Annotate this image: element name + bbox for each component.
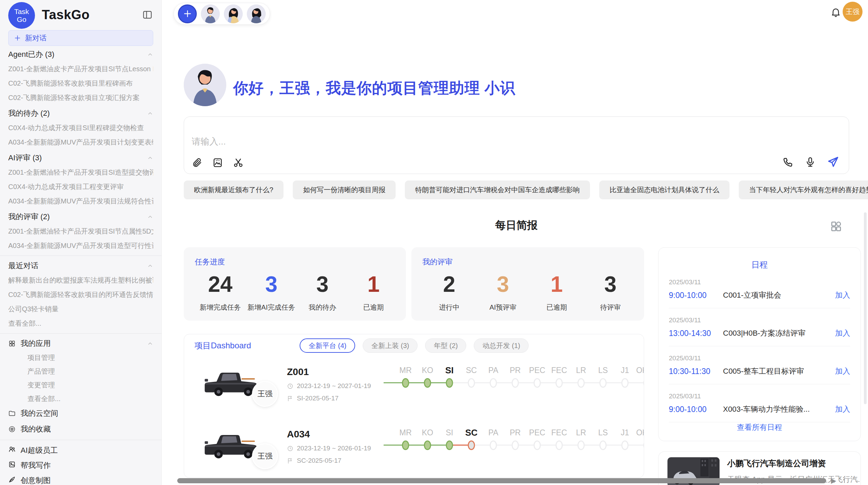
sidebar-item[interactable]: A034-全新新能源MUV产品开发项目计划变更表编写 [8, 135, 153, 149]
dashboard-tab[interactable]: 年型 (2) [425, 338, 466, 353]
milestone-cell: PA [482, 365, 504, 391]
stat-label: AI预评审 [476, 303, 530, 312]
schedule-time: 13:00-14:30 [669, 329, 723, 338]
sidebar-item[interactable]: Z001-全新燃油轻卡产品开发项目SI造型提交物评审 [8, 165, 153, 179]
sidebar-item[interactable]: C02-飞腾新能源轻客改款项目里程碑画布 [8, 76, 153, 90]
suggestion-chip[interactable]: 比亚迪全固态电池计划具体说了什么 [599, 181, 730, 199]
join-meeting-link[interactable]: 加入 [835, 328, 850, 338]
recent-chat-item[interactable]: C02-飞腾新能源轻客改款项目的闭环通告反馈情况 [8, 287, 153, 302]
milestone-label: OKTB [636, 365, 644, 377]
app-item[interactable]: 项目管理 [8, 351, 153, 364]
section-header-my-todo[interactable]: 我的待办 (2) [8, 106, 153, 121]
suggestion-chip[interactable]: 欧洲新规最近颁布了什么? [184, 181, 284, 199]
project-row[interactable]: 王强 A034 2023-12-19 ~ 2026-01-19 SC-2025-… [184, 427, 644, 477]
section-header-my-review[interactable]: 我的评审 (2) [8, 210, 153, 224]
horizontal-scrollbar-thumb[interactable] [177, 478, 826, 483]
sidebar-item[interactable]: A034-全新新能源MUV产品开发项目造型可行性评审 [8, 238, 153, 253]
section-header-ai-review[interactable]: AI评审 (3) [8, 151, 153, 165]
plus-icon [14, 35, 21, 41]
chevron-up-icon[interactable] [147, 214, 153, 220]
milestone-cell: SI [438, 427, 460, 453]
dashboard-tab[interactable]: 全新平台 (4) [300, 338, 355, 353]
scroll-right-arrow[interactable]: ▶ [831, 476, 836, 485]
sidebar-item-cloud-space[interactable]: 我的云空间 [8, 406, 153, 421]
milestone-cell: OKTB [636, 427, 644, 453]
section-label: 最近对话 [8, 261, 38, 271]
sidebar-item[interactable]: Z001-全新燃油皮卡产品开发项目SI节点Lesson Learn报告 [8, 62, 153, 76]
chat-input[interactable] [192, 136, 740, 153]
sidebar: Task Go TaskGo 新对话 Agent已办 (3) Z001-全新燃油… [0, 0, 162, 485]
cloud-space-label: 我的云空间 [21, 408, 58, 419]
new-chat-button[interactable]: 新对话 [8, 30, 153, 46]
daily-briefing-title: 每日简报 [184, 218, 849, 233]
voice-call-icon[interactable] [782, 157, 794, 168]
project-next-node: SC-2025-05-17 [297, 457, 341, 464]
sidebar-collapse-icon[interactable] [142, 10, 153, 21]
task-progress-card: 任务进度 24 新增完成任务 3 新增AI完成任务 3 我的待办 1 已逾期 [184, 247, 406, 321]
stat-column: 3 待评审 [583, 272, 637, 312]
microphone-icon[interactable] [805, 157, 816, 168]
owner-name: 王强 [257, 389, 273, 399]
recent-chat-item[interactable]: 查看全部... [8, 316, 153, 331]
join-meeting-link[interactable]: 加入 [835, 366, 850, 376]
milestone-cell: SC [460, 365, 482, 391]
stat-label: 进行中 [422, 303, 476, 312]
sidebar-item-creative-drawing[interactable]: 创意制图 [8, 473, 153, 485]
sidebar-item[interactable]: A034-全新新能源MUV产品开发项目法规符合性评审 [8, 194, 153, 208]
milestone-cell: J1 [614, 427, 636, 453]
user-avatar[interactable]: 王强 [843, 2, 863, 22]
suggestion-chip[interactable]: 当下年轻人对汽车外观有怎样的喜好趋势 [739, 181, 868, 199]
screenshot-scissors-icon[interactable] [233, 157, 244, 168]
app-item[interactable]: 查看全部... [8, 392, 153, 406]
attach-file-icon[interactable] [192, 157, 203, 168]
agent-avatar-3[interactable] [247, 4, 266, 23]
milestone-cell: OKTB [636, 365, 644, 391]
sidebar-item-help-writing[interactable]: 帮我写作 [8, 458, 153, 473]
sidebar-item[interactable]: C02-飞腾新能源轻客改款项目立项汇报方案 [8, 90, 153, 105]
schedule-event-title: C001-立项审批会 [723, 290, 835, 300]
app-item[interactable]: 变更管理 [8, 378, 153, 392]
send-icon[interactable] [827, 156, 839, 168]
agent-avatar-2[interactable] [224, 4, 243, 23]
app-item[interactable]: 产品管理 [8, 364, 153, 378]
sidebar-item-favorites[interactable]: 我的收藏 [8, 421, 153, 437]
greeting-title: 你好，王强，我是你的项目管理助理 小识 [233, 78, 515, 98]
sidebar-item[interactable]: Z001-全新燃油轻卡产品开发项目SI节点属性5D文件评审 [8, 224, 153, 238]
vertical-scrollbar-thumb[interactable] [864, 212, 867, 404]
agent-avatar-1[interactable] [201, 4, 220, 23]
project-dashboard-card: 项目Dashboard 全新平台 (4)全新上装 (3)年型 (2)动总开发 (… [184, 334, 644, 478]
view-all-schedule-link[interactable]: 查看所有日程 [659, 422, 860, 433]
insert-image-icon[interactable] [212, 157, 223, 168]
briefing-layout-grid-icon[interactable] [830, 220, 843, 234]
suggestion-chip[interactable]: 如何写一份清晰的项目周报 [293, 181, 396, 199]
sidebar-item-ai-super-staff[interactable]: AI超级员工 [8, 443, 153, 458]
milestone-label: LR [570, 365, 592, 377]
milestone-dot [622, 440, 629, 450]
join-meeting-link[interactable]: 加入 [835, 290, 850, 300]
chevron-up-icon[interactable] [147, 110, 153, 116]
suggestion-chip[interactable]: 特朗普可能对进口汽车增税会对中国车企造成哪些影响 [405, 181, 590, 199]
recent-chat-item[interactable]: 解释最新出台的欧盟报废车法规再生塑料比例被调至15%... [8, 273, 153, 287]
sidebar-item[interactable]: C0X4-动力总成开发项目SI里程碑提交物检查 [8, 121, 153, 135]
chevron-up-icon[interactable] [147, 263, 153, 269]
chevron-up-icon[interactable] [147, 155, 153, 161]
milestone-dot [600, 378, 607, 388]
card-title: 我的评审 [422, 257, 637, 267]
schedule-card: 日程 2025/03/11 9:00-10:00 C001-立项审批会 加入 2… [658, 247, 861, 441]
chevron-up-icon[interactable] [147, 51, 153, 58]
dashboard-tab[interactable]: 全新上装 (3) [363, 338, 418, 353]
notification-bell-icon[interactable] [830, 7, 841, 19]
add-agent-button[interactable] [178, 4, 197, 23]
dashboard-tab[interactable]: 动总开发 (1) [474, 338, 529, 353]
section-header-recent-chats[interactable]: 最近对话 [8, 259, 153, 273]
milestone-dot [468, 378, 475, 388]
sidebar-item[interactable]: C0X4-动力总成开发项目工程变更评审 [8, 179, 153, 194]
project-row[interactable]: 王强 Z001 2023-12-19 ~ 2027-01-19 SI-2025-… [184, 364, 644, 415]
recent-chat-item[interactable]: 公司Q3轻卡销量 [8, 302, 153, 316]
join-meeting-link[interactable]: 加入 [835, 404, 850, 414]
section-header-agent-done[interactable]: Agent已办 (3) [8, 47, 153, 62]
user-name: 王强 [846, 7, 859, 16]
chevron-up-icon[interactable] [147, 340, 153, 347]
milestone-cell: SC [460, 427, 482, 453]
section-header-my-apps[interactable]: 我的应用 [8, 336, 153, 351]
